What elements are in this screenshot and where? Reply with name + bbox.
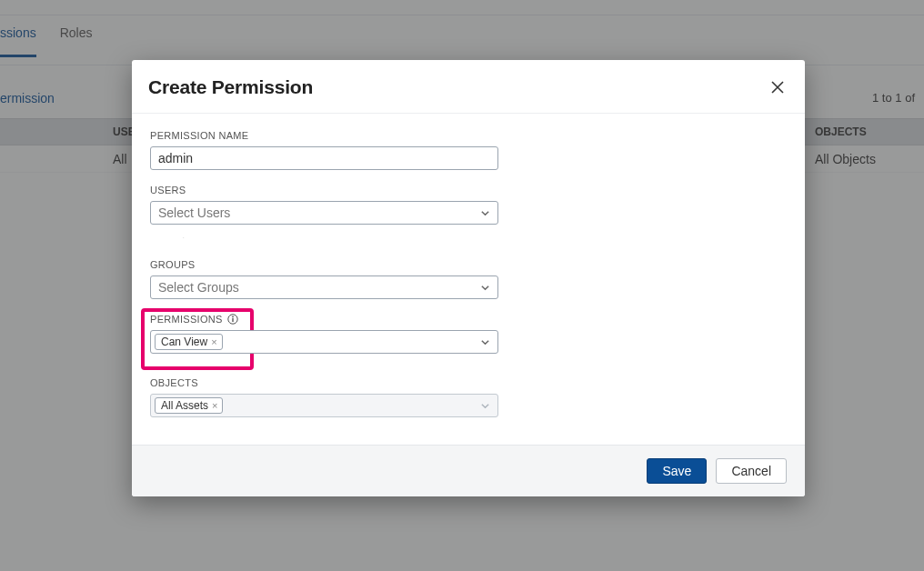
users-hint: . — [150, 225, 787, 234]
close-button[interactable] — [768, 78, 787, 96]
chip-remove-icon[interactable]: × — [211, 336, 216, 347]
groups-label: GROUPS — [150, 259, 787, 270]
users-placeholder: Select Users — [158, 205, 230, 220]
permissions-select[interactable]: Can View × — [150, 330, 498, 354]
permission-name-input[interactable] — [150, 146, 498, 170]
chevron-down-icon — [480, 208, 490, 218]
chevron-down-icon — [480, 401, 490, 411]
close-icon — [771, 81, 784, 94]
chevron-down-icon — [480, 337, 490, 347]
objects-select: All Assets × — [150, 394, 498, 417]
modal-title: Create Permission — [148, 76, 313, 98]
create-permission-modal: Create Permission PERMISSION NAME USERS … — [132, 60, 805, 496]
info-icon — [227, 314, 238, 325]
svg-rect-2 — [232, 318, 233, 322]
object-chip-all-assets: All Assets × — [155, 397, 223, 414]
users-select[interactable]: Select Users — [150, 201, 498, 225]
permissions-label: PERMISSIONS — [150, 314, 238, 325]
permission-name-label: PERMISSION NAME — [150, 130, 787, 141]
users-label: USERS — [150, 185, 787, 195]
permission-chip-can-view: Can View × — [155, 334, 223, 350]
save-button[interactable]: Save — [647, 458, 707, 484]
chevron-down-icon — [480, 283, 490, 293]
groups-select[interactable]: Select Groups — [150, 275, 498, 299]
groups-placeholder: Select Groups — [158, 280, 239, 295]
chip-remove-icon[interactable]: × — [212, 400, 217, 411]
svg-point-1 — [232, 316, 234, 318]
chip-label: All Assets — [161, 399, 208, 412]
cancel-button[interactable]: Cancel — [716, 458, 787, 484]
objects-label: OBJECTS — [150, 377, 787, 388]
chip-label: Can View — [161, 336, 207, 348]
